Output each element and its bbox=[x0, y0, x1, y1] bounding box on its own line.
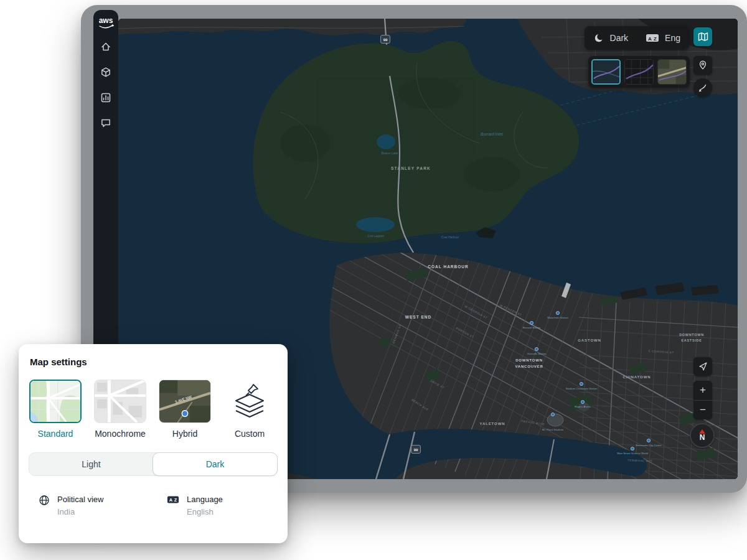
svg-text:GASTOWN: GASTOWN bbox=[578, 338, 601, 342]
svg-text:WEST END: WEST END bbox=[405, 315, 431, 319]
style-option-custom[interactable]: Custom bbox=[223, 380, 276, 439]
svg-text:Z: Z bbox=[174, 497, 177, 503]
zoom-out-button[interactable]: − bbox=[693, 400, 712, 420]
moon-icon bbox=[593, 33, 604, 43]
map-pin-icon bbox=[697, 60, 708, 71]
compass-button[interactable]: N bbox=[690, 423, 715, 448]
svg-text:BC Place Stadium: BC Place Stadium bbox=[542, 428, 563, 431]
style-preview-strip bbox=[588, 56, 690, 88]
style-preview-dark[interactable] bbox=[591, 59, 621, 85]
svg-text:COAL HARBOUR: COAL HARBOUR bbox=[428, 264, 468, 269]
monochrome-thumbnail bbox=[94, 380, 146, 423]
theme-option-dark[interactable]: Dark bbox=[153, 452, 278, 476]
language-label: Language bbox=[187, 495, 223, 504]
style-options: Standard bbox=[29, 380, 278, 439]
sidebar-item-services[interactable] bbox=[99, 65, 113, 79]
svg-text:Lost Lagoon: Lost Lagoon bbox=[368, 235, 385, 238]
style-label-monochrome: Monochrome bbox=[93, 429, 147, 439]
svg-text:aws: aws bbox=[99, 16, 113, 25]
zoom-in-button[interactable]: + bbox=[693, 381, 712, 400]
svg-text:Burrard Inlet: Burrard Inlet bbox=[481, 132, 504, 136]
political-view-label: Political view bbox=[57, 495, 103, 504]
svg-text:Beaver Lake: Beaver Lake bbox=[382, 152, 398, 155]
theme-toggle[interactable]: Dark bbox=[610, 33, 629, 43]
sidebar-item-chat[interactable] bbox=[99, 116, 113, 130]
svg-text:Coal Harbour: Coal Harbour bbox=[441, 236, 459, 239]
highway-shield: 99 bbox=[411, 446, 421, 454]
svg-text:Vancouver City Centre: Vancouver City Centre bbox=[636, 444, 662, 447]
svg-text:99: 99 bbox=[383, 38, 388, 42]
bar-chart-icon bbox=[100, 92, 111, 103]
svg-text:Granville Station: Granville Station bbox=[527, 352, 547, 355]
svg-text:Stadium-Chinatown Station: Stadium-Chinatown Station bbox=[566, 387, 598, 390]
sidebar-item-analytics[interactable] bbox=[99, 91, 113, 105]
panel-title: Map settings bbox=[29, 357, 278, 367]
panel-meta-row: Political view India A Z Language Englis… bbox=[29, 495, 278, 516]
navigation-arrow-icon bbox=[697, 361, 708, 372]
map-styles-button[interactable] bbox=[693, 27, 712, 46]
lost-lagoon bbox=[356, 217, 395, 232]
svg-text:VANCOUVER: VANCOUVER bbox=[515, 365, 543, 368]
map-settings-panel: Map settings Standard bbox=[19, 344, 288, 543]
highway-shield: 99 bbox=[381, 35, 390, 44]
aws-logo: aws bbox=[95, 15, 116, 31]
style-preview-satellite[interactable] bbox=[657, 59, 687, 85]
compass-north-label: N bbox=[700, 434, 705, 442]
style-label-hybrid: Hybrid bbox=[158, 429, 212, 439]
cube-icon bbox=[100, 67, 111, 78]
az-translate-icon: A Z bbox=[646, 33, 659, 43]
svg-text:Burrard Station: Burrard Station bbox=[523, 326, 541, 329]
language-toggle[interactable]: Eng bbox=[665, 33, 680, 43]
political-view-setting[interactable]: Political view India bbox=[39, 495, 132, 516]
svg-text:DOWNTOWN: DOWNTOWN bbox=[679, 333, 704, 337]
sidebar-item-home[interactable] bbox=[99, 40, 113, 54]
theme-option-light[interactable]: Light bbox=[29, 453, 153, 475]
draw-tool-button[interactable] bbox=[693, 78, 712, 97]
chat-icon bbox=[100, 118, 111, 129]
svg-text:Rogers Arena: Rogers Arena bbox=[575, 405, 591, 408]
home-icon bbox=[100, 41, 111, 52]
svg-text:A: A bbox=[648, 36, 652, 42]
style-label-standard: Standard bbox=[29, 429, 82, 439]
svg-text:Waterfront Station: Waterfront Station bbox=[547, 316, 568, 319]
svg-text:YALETOWN: YALETOWN bbox=[480, 422, 505, 426]
political-view-value: India bbox=[57, 507, 103, 516]
pen-icon bbox=[697, 82, 708, 93]
theme-segmented-control: Light Dark bbox=[29, 452, 278, 476]
style-preview-night[interactable] bbox=[624, 59, 654, 85]
svg-text:99: 99 bbox=[414, 448, 418, 452]
svg-text:DOWNTOWN: DOWNTOWN bbox=[515, 358, 543, 362]
svg-text:STANLEY PARK: STANLEY PARK bbox=[391, 166, 431, 170]
beaver-lake bbox=[377, 134, 395, 149]
svg-text:Main Street-Science World: Main Street-Science World bbox=[617, 452, 648, 455]
globe-icon bbox=[39, 495, 50, 506]
az-language-icon: A Z bbox=[167, 495, 179, 505]
style-option-hybrid[interactable]: S AVE NW Hybrid bbox=[158, 380, 212, 439]
style-option-monochrome[interactable]: Monochrome bbox=[93, 380, 147, 439]
hybrid-thumbnail: S AVE NW bbox=[159, 380, 211, 423]
style-option-standard[interactable]: Standard bbox=[29, 380, 82, 439]
language-setting[interactable]: A Z Language English bbox=[167, 495, 260, 516]
locate-me-button[interactable] bbox=[693, 357, 712, 376]
svg-text:EASTSIDE: EASTSIDE bbox=[681, 338, 702, 342]
zoom-control: + − bbox=[693, 381, 712, 419]
map-icon bbox=[697, 31, 708, 42]
svg-text:CHINATOWN: CHINATOWN bbox=[623, 375, 651, 379]
layers-pin-icon bbox=[230, 383, 270, 419]
theme-language-pill: Dark A Z Eng bbox=[585, 26, 689, 50]
svg-text:Z: Z bbox=[654, 36, 657, 42]
custom-thumbnail bbox=[223, 380, 276, 423]
language-value: English bbox=[187, 507, 223, 516]
svg-text:A: A bbox=[169, 497, 173, 503]
style-label-custom: Custom bbox=[223, 429, 276, 439]
standard-thumbnail bbox=[29, 380, 82, 423]
place-marker-button[interactable] bbox=[693, 56, 712, 75]
